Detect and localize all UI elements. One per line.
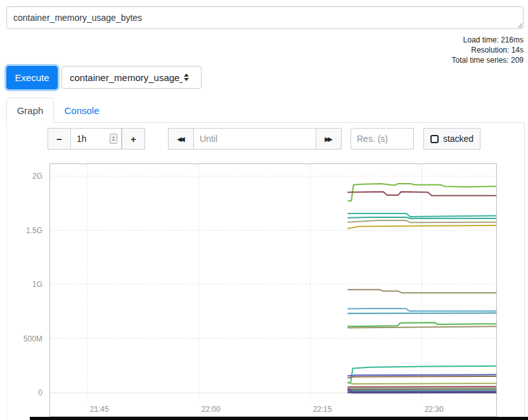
- tab-bar: Graph Console: [6, 98, 525, 123]
- until-input[interactable]: [193, 128, 316, 150]
- resolution-input[interactable]: [351, 128, 414, 150]
- x-axis-tick-label: 21:45: [90, 405, 109, 414]
- forward-icon: ▶▶: [325, 136, 332, 143]
- x-axis-tick-label: 22:15: [313, 405, 332, 414]
- stacked-label: stacked: [443, 134, 473, 144]
- duration-stepper-icon[interactable]: [110, 134, 117, 144]
- query-input[interactable]: container_memory_usage_bytes: [6, 6, 524, 29]
- resolution: Resolution: 14s: [452, 45, 524, 55]
- series-line: [347, 386, 496, 387]
- series-line: [347, 313, 496, 314]
- checkbox-icon: [430, 135, 439, 143]
- tab-console[interactable]: Console: [59, 98, 105, 123]
- range-decrease-button[interactable]: −: [48, 128, 71, 150]
- x-axis-tick-label: 22:00: [202, 405, 221, 414]
- tab-graph[interactable]: Graph: [6, 98, 54, 123]
- time-forward-button[interactable]: ▶▶: [316, 128, 342, 150]
- chart-area[interactable]: 21:4522:0022:1522:30: [49, 163, 497, 417]
- back-icon: ◀◀: [177, 136, 184, 143]
- metric-select-value: container_memory_usage_bytes: [70, 72, 183, 83]
- y-axis-tick-label: 0: [38, 388, 42, 397]
- select-updown-icon: [184, 73, 189, 81]
- until-control-group: ◀◀ ▶▶: [168, 128, 342, 150]
- total-time-series: Total time series: 209: [452, 55, 524, 65]
- query-stats: Load time: 216ms Resolution: 14s Total t…: [452, 35, 524, 65]
- range-control-group: − +: [48, 128, 145, 150]
- y-axis-labels: 0500M1G1.5G2G: [0, 163, 46, 416]
- metric-select[interactable]: container_memory_usage_bytes: [61, 66, 202, 89]
- y-axis-tick-label: 2G: [32, 172, 42, 181]
- load-time: Load time: 216ms: [452, 35, 524, 45]
- execute-button[interactable]: Execute: [6, 66, 58, 89]
- legend-top-bar: [30, 417, 528, 420]
- range-increase-button[interactable]: +: [122, 128, 145, 150]
- time-back-button[interactable]: ◀◀: [168, 128, 194, 150]
- x-axis-tick-label: 22:30: [425, 405, 444, 414]
- y-axis-tick-label: 500M: [23, 334, 42, 343]
- y-axis-tick-label: 1G: [32, 280, 42, 289]
- y-axis-tick-label: 1.5G: [26, 226, 42, 235]
- chart-canvas: [50, 164, 496, 416]
- stacked-toggle-button[interactable]: stacked: [423, 128, 480, 150]
